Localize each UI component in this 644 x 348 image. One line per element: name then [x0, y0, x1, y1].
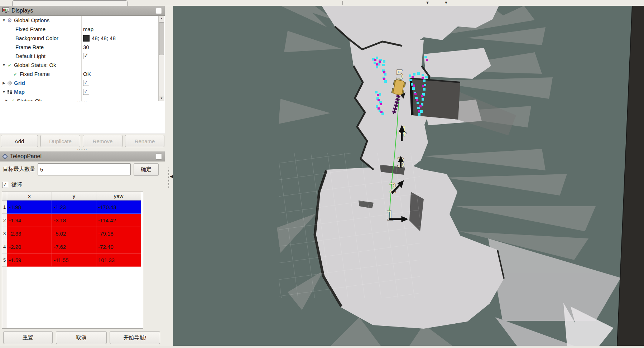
toolbar-separator [342, 1, 343, 5]
table-cell-yaw[interactable]: -170.43 [96, 200, 141, 214]
row-label: Global Options [14, 17, 49, 23]
column-header-yaw[interactable]: yaw [96, 192, 141, 200]
row-label: Global Status: Ok [14, 62, 56, 68]
row-value[interactable]: 48; 48; 48 [92, 35, 116, 41]
grid-display-icon [6, 81, 13, 86]
panel-title: Displays [11, 8, 33, 14]
tree-row-global-status[interactable]: ▼ ✓ Global Status: Ok [0, 61, 165, 69]
grid-overlay [279, 153, 420, 298]
row-header[interactable]: 3 [2, 227, 7, 240]
row-label: Grid [14, 80, 25, 86]
tree-row-frame-rate[interactable]: Frame Rate 30 [0, 43, 165, 52]
loop-checkbox[interactable]: ✓ [2, 182, 8, 188]
toolbar-tab[interactable] [12, 0, 128, 6]
displays-button-row: Add Duplicate Remove Rename [1, 135, 165, 147]
row-header[interactable]: 1 [2, 200, 7, 214]
row-header[interactable]: 4 [2, 240, 7, 253]
gear-icon: ⚙ [6, 17, 13, 24]
expander-icon[interactable]: ▼ [1, 63, 6, 67]
grid-checkbox[interactable]: ✓ [83, 80, 89, 86]
displays-panel-header[interactable]: Displays [0, 6, 165, 16]
displays-panel: Displays ▼ ⚙ Global Options Fixed Frame … [0, 6, 165, 150]
collapse-left-icon[interactable]: ◀ [170, 174, 173, 179]
scroll-up-icon[interactable]: ▲ [159, 16, 164, 21]
table-cell-x[interactable]: -1.94 [7, 214, 52, 227]
row-label: Fixed Frame [15, 26, 45, 32]
table-cell-y[interactable]: -3.18 [52, 214, 96, 227]
table-cell-y[interactable]: -5.02 [52, 227, 96, 240]
displays-monitor-icon [2, 8, 9, 14]
reset-button[interactable]: 重置 [3, 331, 53, 344]
loop-label: 循环 [11, 182, 22, 188]
row-header[interactable]: 2 [2, 214, 7, 227]
max-goals-label: 目标最大数量 [3, 166, 35, 173]
table-cell-y[interactable]: -1.23 [52, 200, 96, 214]
waypoint-table: x y yaw 1 -1.98 -1.23 -170.43 2 -1.94 -3… [2, 192, 143, 329]
waypoint-number-5[interactable]: 5 [395, 67, 404, 83]
panel-title: TeleopPanel [10, 153, 42, 160]
teleop-panel-header[interactable]: TeleopPanel [0, 151, 165, 161]
tree-scrollbar[interactable]: ▲ ▼ [158, 16, 164, 101]
teleop-panel: TeleopPanel 目标最大数量 确定 ✓ 循环 x y yaw 1 -1.… [0, 151, 165, 346]
tree-row-global-options[interactable]: ▼ ⚙ Global Options [0, 16, 165, 25]
rviz-window: ▼ ▼ Displays ▼ ⚙ Global Options [0, 0, 644, 348]
table-corner [2, 192, 7, 200]
table-cell-y[interactable]: -11.55 [52, 253, 96, 267]
tree-row-default-light[interactable]: Default Light ✓ [0, 52, 165, 61]
tree-row-fixed-frame[interactable]: Fixed Frame map [0, 25, 165, 34]
tree-row-map[interactable]: ▼ Map ✓ [0, 87, 165, 96]
panel-float-button[interactable] [156, 8, 162, 14]
table-cell-x[interactable]: -2.20 [7, 240, 52, 253]
expander-icon[interactable]: ▶ [1, 81, 6, 85]
row-value[interactable]: 30 [83, 44, 89, 50]
tree-row-fixed-frame-status[interactable]: ✓ Fixed Frame OK [0, 69, 165, 78]
map-checkbox[interactable]: ✓ [83, 89, 89, 95]
tree-column-divider [81, 16, 82, 101]
table-cell-yaw[interactable]: 101.33 [96, 253, 141, 267]
expander-icon[interactable]: ▼ [1, 18, 6, 22]
default-light-checkbox[interactable]: ✓ [83, 53, 89, 59]
remove-button[interactable]: Remove [83, 135, 122, 147]
row-label: Fixed Frame [20, 71, 50, 77]
displays-tree: ▼ ⚙ Global Options Fixed Frame map Backg… [0, 16, 165, 102]
chevron-down-icon[interactable]: ▼ [426, 0, 429, 5]
map-display-icon [6, 90, 13, 95]
3d-viewport[interactable]: 5 4 3 2 1 [173, 6, 644, 346]
table-cell-x[interactable]: -1.98 [7, 200, 52, 214]
table-cell-yaw[interactable]: -79.18 [96, 227, 141, 240]
column-header-x[interactable]: x [7, 192, 52, 200]
displays-empty-area [0, 101, 165, 134]
table-cell-yaw[interactable]: -72.40 [96, 240, 141, 253]
table-cell-y[interactable]: -7.62 [52, 240, 96, 253]
waypoint-number-1[interactable]: 1 [386, 208, 394, 223]
status-ok-icon: ✓ [12, 71, 19, 77]
max-goals-input[interactable] [38, 163, 131, 175]
splitter-handle[interactable]: ...... [0, 100, 165, 102]
cancel-button[interactable]: 取消 [56, 331, 107, 344]
row-value[interactable]: map [83, 26, 93, 32]
scrollbar-thumb[interactable] [159, 22, 164, 55]
column-header-y[interactable]: y [52, 192, 96, 200]
splitter-dots [168, 168, 169, 188]
tree-row-grid[interactable]: ▶ Grid ✓ [0, 78, 165, 87]
panel-splitter[interactable]: ◀ [168, 168, 173, 189]
expander-icon[interactable]: ▼ [1, 90, 6, 94]
start-navigation-button[interactable]: 开始导航! [110, 331, 160, 344]
loop-row: ✓ 循环 [2, 182, 22, 188]
duplicate-button[interactable]: Duplicate [40, 135, 80, 147]
splitter-handle[interactable]: ...... [0, 148, 165, 150]
row-label: Frame Rate [15, 44, 44, 50]
table-cell-x[interactable]: -2.33 [7, 227, 52, 240]
top-toolbar: ▼ ▼ [0, 0, 644, 6]
add-button[interactable]: Add [1, 135, 38, 147]
table-cell-yaw[interactable]: -114.42 [96, 214, 141, 227]
color-swatch[interactable] [83, 35, 90, 42]
row-header[interactable]: 5 [2, 253, 7, 267]
table-cell-x[interactable]: -1.59 [7, 253, 52, 267]
chevron-down-icon[interactable]: ▼ [444, 0, 448, 5]
confirm-button[interactable]: 确定 [134, 163, 159, 176]
row-value: OK [83, 71, 91, 77]
panel-float-button[interactable] [156, 154, 162, 160]
tree-row-background-color[interactable]: Background Color 48; 48; 48 [0, 34, 165, 43]
rename-button[interactable]: Rename [125, 135, 164, 147]
